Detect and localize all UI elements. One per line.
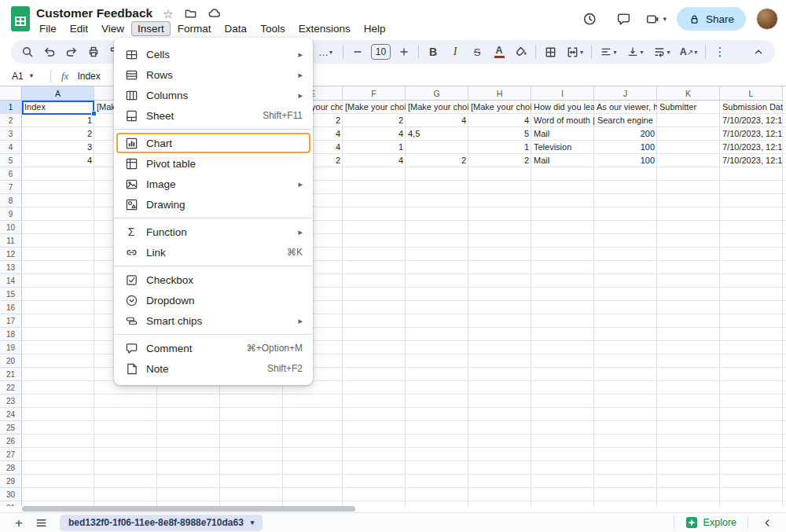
cell-H1[interactable]: [Make your choi [468, 101, 531, 114]
menu-item-checkbox[interactable]: Checkbox [114, 270, 313, 290]
row-header-6[interactable]: 6 [0, 167, 22, 181]
menu-view[interactable]: View [95, 21, 130, 36]
column-header-L[interactable]: L [720, 86, 783, 101]
menu-item-pivot-table[interactable]: Pivot table [114, 153, 313, 174]
star-icon[interactable]: ☆ [163, 8, 173, 20]
cell-F4[interactable]: 1 [343, 141, 406, 154]
text-rotation-button[interactable]: A↗ ▾ [676, 42, 701, 62]
explore-button[interactable]: Explore [682, 516, 740, 529]
menu-format[interactable]: Format [171, 21, 218, 36]
text-color-button[interactable]: A [489, 42, 509, 62]
column-header-F[interactable]: F [343, 86, 406, 101]
cell-G3[interactable]: 4,5 [406, 127, 468, 141]
menu-item-sheet[interactable]: Sheet Shift+F11 [114, 105, 313, 126]
row-header-10[interactable]: 10 [0, 221, 22, 234]
cell-H3[interactable]: 5 [468, 127, 531, 141]
column-header-H[interactable]: H [468, 86, 531, 101]
decrease-font-size-button[interactable] [347, 42, 368, 62]
menu-edit[interactable]: Edit [64, 21, 94, 36]
cell-H5[interactable]: 2 [468, 154, 531, 167]
text-wrap-button[interactable]: ▾ [649, 42, 674, 62]
cell-G1[interactable]: [Make your choi [406, 101, 468, 114]
cell-J1[interactable]: As our viewer, h [594, 101, 657, 114]
column-header-I[interactable]: I [531, 86, 594, 101]
cell-H2[interactable]: 4 [468, 114, 531, 127]
row-header-5[interactable]: 5 [0, 154, 22, 167]
redo-button[interactable] [61, 42, 82, 62]
cell-F1[interactable]: [Make your choi [343, 101, 406, 114]
font-family-dropdown[interactable]: … ▾ [312, 42, 339, 62]
row-header-25[interactable]: 25 [0, 421, 22, 435]
avatar[interactable] [756, 8, 778, 30]
cell-L3[interactable]: 7/10/2023, 12:1 [720, 127, 783, 141]
row-header-17[interactable]: 17 [0, 314, 22, 328]
menu-item-comment[interactable]: Comment ⌘+Option+M [114, 338, 313, 358]
horizontal-align-button[interactable]: ▾ [596, 42, 621, 62]
menu-extensions[interactable]: Extensions [292, 21, 357, 36]
search-button[interactable] [17, 42, 38, 62]
row-header-20[interactable]: 20 [0, 354, 22, 368]
row-header-8[interactable]: 8 [0, 194, 22, 207]
cell-I2[interactable]: Word of mouth | Search engine [531, 114, 656, 127]
menu-item-dropdown[interactable]: Dropdown [114, 290, 313, 310]
row-header-9[interactable]: 9 [0, 207, 22, 221]
cell-G5[interactable]: 2 [406, 154, 468, 167]
cell-F5[interactable]: 4 [343, 154, 406, 167]
sheet-list-chevron-button[interactable] [756, 514, 778, 531]
horizontal-scrollbar-track[interactable] [0, 506, 786, 512]
menu-item-chart[interactable]: Chart [116, 133, 310, 153]
sheets-logo-icon[interactable] [10, 6, 31, 32]
menu-help[interactable]: Help [358, 21, 392, 36]
menu-item-smart-chips[interactable]: Smart chips ▸ [114, 310, 313, 331]
cell-K1[interactable]: Submitter [657, 101, 720, 114]
row-header-21[interactable]: 21 [0, 368, 22, 381]
document-title[interactable]: Customer Feedback [36, 6, 152, 20]
menu-item-function[interactable]: Σ Function ▸ [114, 222, 313, 242]
cell-J4[interactable]: 100 [594, 141, 657, 154]
cell-F2[interactable]: 2 [343, 114, 406, 127]
row-header-30[interactable]: 30 [0, 488, 22, 501]
menu-item-image[interactable]: Image ▸ [114, 174, 313, 194]
row-header-27[interactable]: 27 [0, 448, 22, 461]
row-header-11[interactable]: 11 [0, 234, 22, 248]
row-header-14[interactable]: 14 [0, 274, 22, 288]
row-header-26[interactable]: 26 [0, 435, 22, 448]
add-sheet-button[interactable]: + [8, 514, 30, 531]
row-header-16[interactable]: 16 [0, 301, 22, 314]
row-header-23[interactable]: 23 [0, 394, 22, 408]
comments-button[interactable] [612, 7, 635, 31]
borders-button[interactable] [540, 42, 560, 62]
share-button[interactable]: Share [677, 7, 746, 31]
undo-button[interactable] [39, 42, 60, 62]
row-header-7[interactable]: 7 [0, 181, 22, 194]
cell-L5[interactable]: 7/10/2023, 12:1 [720, 154, 783, 167]
cell-A2[interactable]: 1 [22, 114, 94, 127]
name-box[interactable]: A1 ▾ [0, 71, 50, 82]
cell-I4[interactable]: Television [531, 141, 594, 154]
cell-G2[interactable]: 4 [406, 114, 468, 127]
menu-item-rows[interactable]: Rows ▸ [114, 64, 313, 85]
row-header-19[interactable]: 19 [0, 341, 22, 354]
row-header-18[interactable]: 18 [0, 328, 22, 341]
cell-A5[interactable]: 4 [22, 154, 94, 167]
cell-J3[interactable]: 200 [594, 127, 657, 141]
cell-L4[interactable]: 7/10/2023, 12:1 [720, 141, 783, 154]
meet-button[interactable]: ▾ [645, 12, 667, 27]
menu-item-columns[interactable]: Columns ▸ [114, 85, 313, 105]
vertical-align-button[interactable]: ▾ [623, 42, 648, 62]
cell-I5[interactable]: Mail [531, 154, 594, 167]
italic-button[interactable]: I [445, 42, 465, 62]
cell-I1[interactable]: How did you lea [531, 101, 594, 114]
row-header-1[interactable]: 1 [0, 101, 22, 114]
move-folder-icon[interactable] [184, 7, 197, 20]
row-header-13[interactable]: 13 [0, 261, 22, 274]
column-header-G[interactable]: G [406, 86, 468, 101]
more-toolbar-options-button[interactable]: ⋮ [710, 42, 730, 62]
fill-color-button[interactable] [511, 42, 531, 62]
active-sheet-tab[interactable]: bed132f0-1f06-11ee-8e8f-8988e710da63 ▾ [60, 515, 263, 531]
cell-H4[interactable]: 1 [468, 141, 531, 154]
font-size-field[interactable]: 10 [371, 44, 391, 60]
row-header-22[interactable]: 22 [0, 381, 22, 394]
row-header-2[interactable]: 2 [0, 114, 22, 127]
select-all-corner[interactable] [0, 86, 22, 101]
